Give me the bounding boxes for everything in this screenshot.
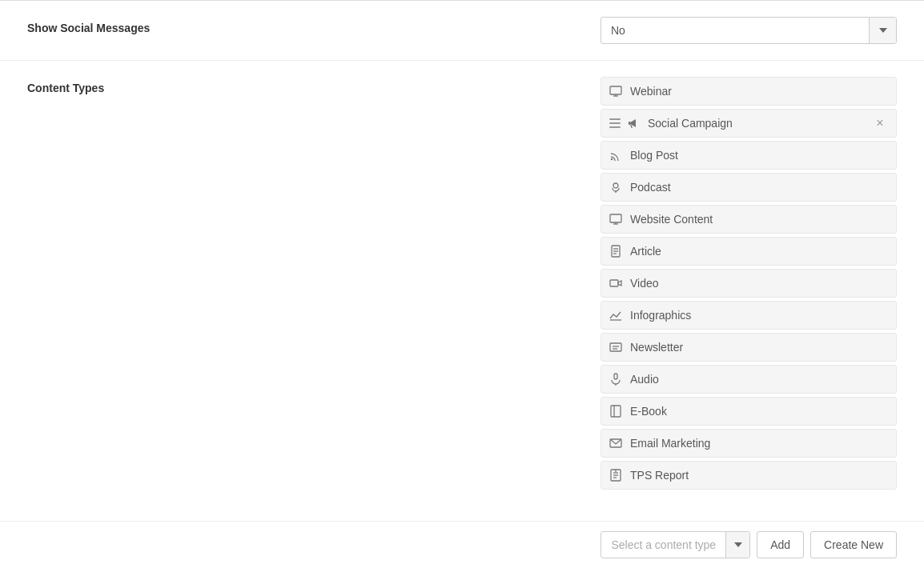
item-label-infographics: Infographics <box>630 309 888 322</box>
chevron-down-icon <box>734 542 742 547</box>
chevron-down-icon <box>879 26 887 34</box>
svg-rect-9 <box>610 214 621 222</box>
svg-rect-4 <box>609 122 621 124</box>
item-label-video: Video <box>630 277 888 290</box>
item-label-audio: Audio <box>630 373 888 386</box>
icon-webinar <box>609 85 624 98</box>
add-content-type-select[interactable]: Select a content type <box>601 531 750 558</box>
icon-tps <box>609 469 624 482</box>
svg-rect-18 <box>610 343 621 351</box>
content-type-item-infographics: Infographics <box>601 301 897 330</box>
content-types-label: Content Types <box>27 77 203 94</box>
add-content-type-placeholder: Select a content type <box>601 531 725 558</box>
content-type-item-blog-post: Blog Post <box>601 141 897 170</box>
content-types-section: Content Types Webinar Social Campaign×Bl… <box>0 61 924 506</box>
svg-rect-0 <box>610 86 621 94</box>
item-label-email-marketing: Email Marketing <box>630 437 888 450</box>
show-social-messages-row: Show Social Messages No <box>0 1 924 61</box>
item-label-webinar: Webinar <box>630 85 888 98</box>
item-label-podcast: Podcast <box>630 181 888 194</box>
content-type-item-article: Article <box>601 237 897 266</box>
show-social-messages-content: No <box>203 17 897 44</box>
icon-article <box>609 245 624 258</box>
content-type-item-podcast: Podcast <box>601 173 897 202</box>
item-label-social-campaign: Social Campaign <box>648 117 872 130</box>
add-button[interactable]: Add <box>757 531 804 558</box>
content-type-item-website-content: Website Content <box>601 205 897 234</box>
icon-book <box>609 405 624 418</box>
show-social-messages-label: Show Social Messages <box>27 17 203 34</box>
drag-handle-social-campaign[interactable] <box>609 118 621 128</box>
svg-point-7 <box>613 183 618 188</box>
svg-rect-3 <box>609 118 621 120</box>
add-content-type-arrow[interactable] <box>725 531 749 558</box>
icon-email <box>609 437 624 450</box>
icon-mic <box>609 373 624 386</box>
content-type-item-video: Video <box>601 269 897 298</box>
bottom-bar: Select a content type Add Create New <box>0 521 924 568</box>
content-type-item-social-campaign: Social Campaign× <box>601 109 897 138</box>
content-type-item-audio: Audio <box>601 365 897 394</box>
item-label-ebook: E-Book <box>630 405 888 418</box>
remove-button-social-campaign[interactable]: × <box>872 115 888 131</box>
content-types-list: Webinar Social Campaign×Blog PostPodcast… <box>203 77 897 490</box>
icon-megaphone <box>627 117 641 130</box>
content-type-item-ebook: E-Book <box>601 397 897 426</box>
create-new-button[interactable]: Create New <box>810 531 897 558</box>
content-type-item-newsletter: Newsletter <box>601 333 897 362</box>
svg-point-6 <box>611 158 613 160</box>
content-type-item-tps-report: TPS Report <box>601 461 897 490</box>
icon-rss <box>609 149 624 162</box>
item-label-website-content: Website Content <box>630 213 888 226</box>
page-container: Show Social Messages No Content Types We… <box>0 0 924 568</box>
icon-podcast <box>609 181 624 194</box>
item-label-newsletter: Newsletter <box>630 341 888 354</box>
icon-newsletter <box>609 341 624 354</box>
icon-video <box>609 277 624 290</box>
item-label-blog-post: Blog Post <box>630 149 888 162</box>
show-social-messages-arrow[interactable] <box>869 17 896 44</box>
item-label-article: Article <box>630 245 888 258</box>
svg-rect-21 <box>614 374 617 379</box>
show-social-messages-value: No <box>601 17 869 44</box>
item-label-tps-report: TPS Report <box>630 469 888 482</box>
svg-rect-23 <box>611 406 621 417</box>
content-type-item-webinar: Webinar <box>601 77 897 106</box>
svg-rect-5 <box>609 126 621 128</box>
svg-rect-16 <box>610 280 618 286</box>
icon-monitor <box>609 213 624 226</box>
icon-chart <box>609 309 624 322</box>
content-type-item-email-marketing: Email Marketing <box>601 429 897 458</box>
show-social-messages-select[interactable]: No <box>601 17 897 44</box>
